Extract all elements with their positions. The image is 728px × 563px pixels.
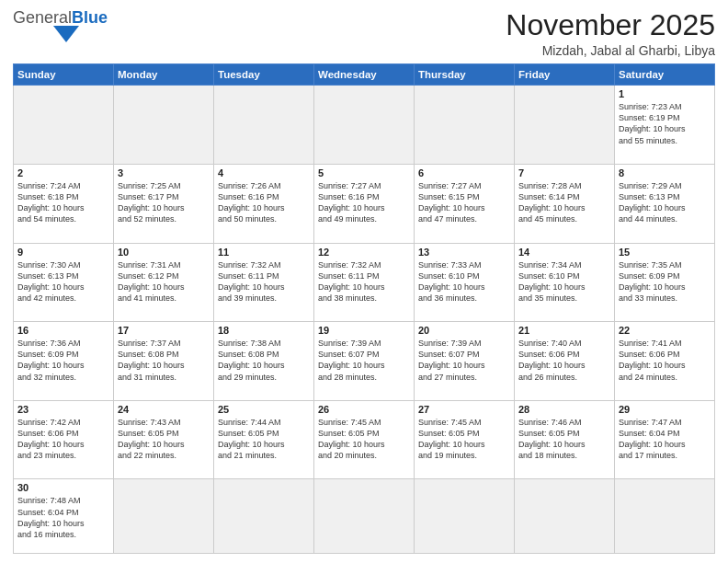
cell-date-number: 7 [518,167,610,178]
calendar-cell: 10Sunrise: 7:31 AM Sunset: 6:12 PM Dayli… [114,243,214,322]
cell-sun-info: Sunrise: 7:27 AM Sunset: 6:16 PM Dayligh… [318,180,410,225]
cell-date-number: 16 [17,325,109,336]
calendar-cell: 4Sunrise: 7:26 AM Sunset: 6:16 PM Daylig… [214,164,314,243]
cell-sun-info: Sunrise: 7:35 AM Sunset: 6:09 PM Dayligh… [619,259,711,304]
calendar-cell [415,86,515,165]
cell-sun-info: Sunrise: 7:36 AM Sunset: 6:09 PM Dayligh… [17,338,109,383]
cell-sun-info: Sunrise: 7:24 AM Sunset: 6:18 PM Dayligh… [17,180,109,225]
cell-date-number: 9 [17,247,109,258]
cell-sun-info: Sunrise: 7:33 AM Sunset: 6:10 PM Dayligh… [418,259,510,304]
calendar-cell: 11Sunrise: 7:32 AM Sunset: 6:11 PM Dayli… [214,243,314,322]
cell-sun-info: Sunrise: 7:26 AM Sunset: 6:16 PM Dayligh… [218,180,310,225]
calendar-cell: 23Sunrise: 7:42 AM Sunset: 6:06 PM Dayli… [14,400,114,479]
calendar-cell: 22Sunrise: 7:41 AM Sunset: 6:06 PM Dayli… [615,322,715,401]
calendar-table: SundayMondayTuesdayWednesdayThursdayFrid… [13,63,715,554]
cell-date-number: 30 [17,482,109,493]
month-title: November 2025 [506,9,715,41]
calendar-cell: 24Sunrise: 7:43 AM Sunset: 6:05 PM Dayli… [114,400,214,479]
cell-sun-info: Sunrise: 7:32 AM Sunset: 6:11 PM Dayligh… [218,259,310,304]
cell-sun-info: Sunrise: 7:46 AM Sunset: 6:05 PM Dayligh… [518,417,610,462]
title-block: November 2025 Mizdah, Jabal al Gharbi, L… [506,9,715,58]
calendar-week-row: 1Sunrise: 7:23 AM Sunset: 6:19 PM Daylig… [14,86,715,165]
column-header-friday: Friday [515,64,615,86]
cell-sun-info: Sunrise: 7:48 AM Sunset: 6:04 PM Dayligh… [17,495,109,540]
svg-marker-0 [53,26,79,42]
calendar-cell: 13Sunrise: 7:33 AM Sunset: 6:10 PM Dayli… [415,243,515,322]
cell-date-number: 28 [518,404,610,415]
calendar-cell [415,479,515,554]
cell-sun-info: Sunrise: 7:43 AM Sunset: 6:05 PM Dayligh… [118,417,210,462]
header: GeneralBlue November 2025 Mizdah, Jabal … [13,9,715,58]
calendar-cell: 6Sunrise: 7:27 AM Sunset: 6:15 PM Daylig… [415,164,515,243]
calendar-week-row: 30Sunrise: 7:48 AM Sunset: 6:04 PM Dayli… [14,479,715,554]
calendar-cell [214,86,314,165]
calendar-cell: 18Sunrise: 7:38 AM Sunset: 6:08 PM Dayli… [214,322,314,401]
cell-sun-info: Sunrise: 7:40 AM Sunset: 6:06 PM Dayligh… [518,338,610,383]
page: GeneralBlue November 2025 Mizdah, Jabal … [0,0,728,563]
column-header-sunday: Sunday [14,64,114,86]
calendar-cell [214,479,314,554]
calendar-cell: 17Sunrise: 7:37 AM Sunset: 6:08 PM Dayli… [114,322,214,401]
location-title: Mizdah, Jabal al Gharbi, Libya [506,43,715,58]
cell-date-number: 18 [218,325,310,336]
cell-sun-info: Sunrise: 7:27 AM Sunset: 6:15 PM Dayligh… [418,180,510,225]
cell-date-number: 1 [619,88,711,99]
calendar-cell [14,86,114,165]
calendar-cell [114,479,214,554]
cell-date-number: 2 [17,167,109,178]
cell-sun-info: Sunrise: 7:39 AM Sunset: 6:07 PM Dayligh… [418,338,510,383]
calendar-header-row: SundayMondayTuesdayWednesdayThursdayFrid… [14,64,715,86]
cell-sun-info: Sunrise: 7:23 AM Sunset: 6:19 PM Dayligh… [619,101,711,146]
cell-sun-info: Sunrise: 7:44 AM Sunset: 6:05 PM Dayligh… [218,417,310,462]
calendar-cell: 21Sunrise: 7:40 AM Sunset: 6:06 PM Dayli… [515,322,615,401]
cell-date-number: 14 [518,247,610,258]
column-header-saturday: Saturday [615,64,715,86]
calendar-cell: 7Sunrise: 7:28 AM Sunset: 6:14 PM Daylig… [515,164,615,243]
logo: GeneralBlue [13,9,108,42]
calendar-cell: 1Sunrise: 7:23 AM Sunset: 6:19 PM Daylig… [615,86,715,165]
calendar-week-row: 9Sunrise: 7:30 AM Sunset: 6:13 PM Daylig… [14,243,715,322]
calendar-week-row: 2Sunrise: 7:24 AM Sunset: 6:18 PM Daylig… [14,164,715,243]
calendar-cell: 14Sunrise: 7:34 AM Sunset: 6:10 PM Dayli… [515,243,615,322]
cell-date-number: 12 [318,247,410,258]
calendar-cell: 29Sunrise: 7:47 AM Sunset: 6:04 PM Dayli… [615,400,715,479]
cell-date-number: 10 [118,247,210,258]
column-header-thursday: Thursday [415,64,515,86]
logo-general: General [13,8,72,27]
calendar-cell: 12Sunrise: 7:32 AM Sunset: 6:11 PM Dayli… [314,243,415,322]
cell-date-number: 19 [318,325,410,336]
cell-date-number: 23 [17,404,109,415]
cell-sun-info: Sunrise: 7:42 AM Sunset: 6:06 PM Dayligh… [17,417,109,462]
cell-sun-info: Sunrise: 7:28 AM Sunset: 6:14 PM Dayligh… [518,180,610,225]
calendar-cell [114,86,214,165]
column-header-monday: Monday [114,64,214,86]
calendar-cell: 16Sunrise: 7:36 AM Sunset: 6:09 PM Dayli… [14,322,114,401]
cell-sun-info: Sunrise: 7:45 AM Sunset: 6:05 PM Dayligh… [318,417,410,462]
cell-date-number: 27 [418,404,510,415]
calendar-cell: 8Sunrise: 7:29 AM Sunset: 6:13 PM Daylig… [615,164,715,243]
cell-date-number: 5 [318,167,410,178]
calendar-cell: 9Sunrise: 7:30 AM Sunset: 6:13 PM Daylig… [14,243,114,322]
cell-sun-info: Sunrise: 7:31 AM Sunset: 6:12 PM Dayligh… [118,259,210,304]
calendar-cell: 5Sunrise: 7:27 AM Sunset: 6:16 PM Daylig… [314,164,415,243]
calendar-cell: 20Sunrise: 7:39 AM Sunset: 6:07 PM Dayli… [415,322,515,401]
cell-sun-info: Sunrise: 7:45 AM Sunset: 6:05 PM Dayligh… [418,417,510,462]
calendar-cell: 25Sunrise: 7:44 AM Sunset: 6:05 PM Dayli… [214,400,314,479]
cell-date-number: 17 [118,325,210,336]
cell-date-number: 8 [619,167,711,178]
calendar-cell [515,86,615,165]
cell-sun-info: Sunrise: 7:25 AM Sunset: 6:17 PM Dayligh… [118,180,210,225]
calendar-cell: 26Sunrise: 7:45 AM Sunset: 6:05 PM Dayli… [314,400,415,479]
calendar-cell: 30Sunrise: 7:48 AM Sunset: 6:04 PM Dayli… [14,479,114,554]
column-header-tuesday: Tuesday [214,64,314,86]
cell-date-number: 11 [218,247,310,258]
column-header-wednesday: Wednesday [314,64,415,86]
calendar-cell: 15Sunrise: 7:35 AM Sunset: 6:09 PM Dayli… [615,243,715,322]
calendar-cell [314,86,415,165]
calendar-cell [515,479,615,554]
cell-date-number: 13 [418,247,510,258]
calendar-cell [615,479,715,554]
cell-date-number: 26 [318,404,410,415]
cell-date-number: 4 [218,167,310,178]
cell-sun-info: Sunrise: 7:47 AM Sunset: 6:04 PM Dayligh… [619,417,711,462]
